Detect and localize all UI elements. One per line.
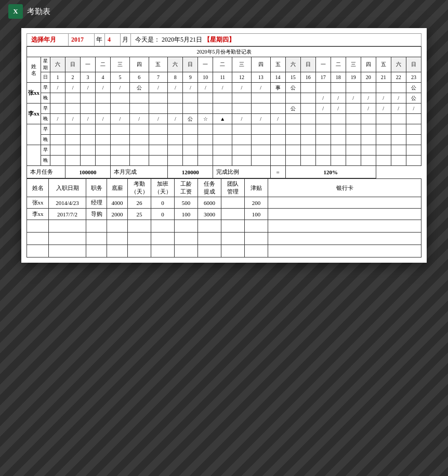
- l-m-9: [183, 104, 198, 114]
- l-e-16: [300, 114, 315, 124]
- zhang-s-com: 6000: [198, 197, 221, 209]
- ratio-label: 完成比例: [213, 166, 270, 178]
- wd-6: 四: [129, 57, 149, 72]
- l-e-6: /: [129, 114, 149, 124]
- day-19: 19: [346, 72, 361, 83]
- l-e-20: [361, 114, 376, 124]
- wd-3: 一: [81, 57, 96, 72]
- empty-emp1-evening: 晚: [27, 135, 421, 145]
- wd-1: 六: [50, 57, 65, 72]
- l-e-21: [376, 114, 391, 124]
- l-e-5: /: [111, 114, 130, 124]
- zhang-morning-row: 张xx 早 / / / / / 公 / / / / / / / 事 公: [27, 83, 421, 93]
- z-m-15: 公: [285, 83, 300, 93]
- salary-header-row: 姓名 入职日期 职务 底薪 考勤（天） 加班（天） 工龄工资 任务提成 团队管理…: [27, 179, 421, 197]
- z-m-2: /: [65, 83, 81, 93]
- l-e-4: /: [96, 114, 111, 124]
- salary-table: 姓名 入职日期 职务 底薪 考勤（天） 加班（天） 工龄工资 任务提成 团队管理…: [27, 178, 421, 258]
- day-21: 21: [376, 72, 391, 83]
- day-1: 1: [50, 72, 65, 83]
- month-label: 月: [121, 34, 131, 46]
- l-m-19: [346, 104, 361, 114]
- wd-2: 日: [65, 57, 81, 72]
- zhang-salary-row: 张xx 2014/4/23 经理 4000 26 0 500 6000 200: [27, 197, 421, 209]
- li-salary-row: 李xx 2017/7/2 导购 2000 25 0 100 3000 100: [27, 209, 421, 220]
- day-14: 14: [270, 72, 285, 83]
- wd-18: 二: [331, 57, 346, 72]
- zhang-evening-label: 晚: [41, 93, 50, 104]
- z-e-21: /: [376, 93, 391, 104]
- l-e-3: /: [81, 114, 96, 124]
- z-e-9: [183, 93, 198, 104]
- zhang-morning-label: 早: [41, 83, 50, 93]
- wd-13: 四: [251, 57, 270, 72]
- wd-12: 三: [232, 57, 252, 72]
- sh-join: 入职日期: [49, 179, 86, 197]
- empty-name1: [27, 124, 41, 145]
- ratio-value: 120%: [285, 166, 376, 178]
- li-s-team: [221, 209, 245, 220]
- wd-4: 二: [96, 57, 111, 72]
- z-e-1: [50, 93, 65, 104]
- sh-team: 团队管理: [221, 179, 245, 197]
- summary-row: 本月任务 100000 本月完成 120000 完成比例 = 120%: [27, 166, 421, 178]
- z-m-4: /: [96, 83, 111, 93]
- l-m-6: [129, 104, 149, 114]
- z-e-11: [213, 93, 232, 104]
- z-m-21: [376, 83, 391, 93]
- z-e-22: /: [391, 93, 406, 104]
- z-e-2: [65, 93, 81, 104]
- month-value[interactable]: 4: [105, 34, 121, 46]
- z-m-19: [346, 83, 361, 93]
- empty1-evening-label: 晚: [41, 135, 50, 145]
- zhang-s-ot: 0: [151, 197, 175, 209]
- wd-21: 五: [376, 57, 391, 72]
- empty-emp1-morning: 早: [27, 124, 421, 135]
- day-7: 7: [149, 72, 168, 83]
- z-m-10: /: [198, 83, 213, 93]
- sh-seniority: 工龄工资: [175, 179, 198, 197]
- z-m-14: 事: [270, 83, 285, 93]
- day-label: 日: [41, 72, 50, 83]
- window-title: 考勤表: [27, 7, 50, 17]
- zhang-s-pos: 经理: [86, 197, 107, 209]
- year-value[interactable]: 2017: [69, 34, 95, 46]
- l-e-22: [391, 114, 406, 124]
- zhang-s-team: [221, 197, 245, 209]
- l-e-17: [315, 114, 331, 124]
- z-m-5: /: [111, 83, 130, 93]
- z-e-6: [129, 93, 149, 104]
- done-value: 120000: [168, 166, 213, 178]
- z-e-10: [198, 93, 213, 104]
- zhang-s-join: 2014/4/23: [49, 197, 86, 209]
- l-m-13: [251, 104, 270, 114]
- attendance-table: 2020年5月份考勤登记表 姓名 星期 六 日 一 二 三 四 五 六 日 一 …: [27, 46, 421, 178]
- today-weekday: 【星期四】: [204, 36, 235, 43]
- weekday-header-row: 姓名 星期 六 日 一 二 三 四 五 六 日 一 二 三 四 五 六 日 一: [27, 57, 421, 72]
- day-10: 10: [198, 72, 213, 83]
- wd-14: 五: [270, 57, 285, 72]
- z-e-14: [270, 93, 285, 104]
- day-12: 12: [232, 72, 252, 83]
- excel-icon: X: [8, 4, 23, 19]
- l-e-11: ▲: [213, 114, 232, 124]
- zhang-s-allow: 200: [245, 197, 268, 209]
- li-s-name: 李xx: [27, 209, 49, 220]
- zhang-s-att: 26: [128, 197, 151, 209]
- empty-salary-row3: [27, 245, 421, 258]
- today-date: 2020年5月21日: [162, 36, 202, 43]
- l-m-7: [149, 104, 168, 114]
- li-s-com: 3000: [198, 209, 221, 220]
- li-s-sen: 100: [175, 209, 198, 220]
- select-yearmonth-label: 选择年月: [27, 34, 69, 46]
- wd-19: 三: [346, 57, 361, 72]
- l-m-1: [50, 104, 65, 114]
- title-row: 2020年5月份考勤登记表: [27, 47, 421, 57]
- l-e-18: [331, 114, 346, 124]
- z-e-4: [96, 93, 111, 104]
- eq-sign: =: [270, 166, 285, 178]
- li-evening-label: 晚: [41, 114, 50, 124]
- z-m-20: [361, 83, 376, 93]
- l-m-2: [65, 104, 81, 114]
- z-m-22: [391, 83, 406, 93]
